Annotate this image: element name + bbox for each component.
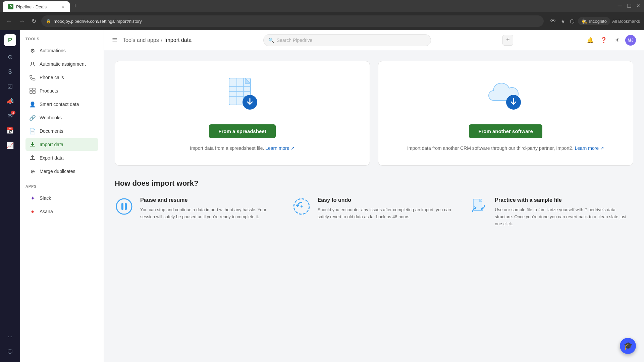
back-button[interactable]: ← [4, 16, 14, 26]
products-label: Products [40, 88, 58, 94]
browser-toolbar: ← → ↻ 🔒 moodjoy.pipedrive.com/settings/i… [0, 12, 644, 30]
sidebar-item-export-data[interactable]: Export data [25, 152, 98, 164]
help-bubble-icon: 🎓 [624, 342, 633, 350]
asana-label: Asana [40, 209, 53, 214]
sidebar-item-mail[interactable]: ✉ 2 [3, 109, 17, 123]
eyeoff-icon[interactable]: 👁 [549, 17, 557, 25]
breadcrumb-separator: / [161, 37, 162, 43]
sample-file-icon [469, 197, 488, 216]
header-actions: 🔔 ❓ ☀ MJ [585, 35, 636, 46]
how-cards: Pause and resume You can stop and contin… [115, 197, 633, 227]
spreadsheet-import-button[interactable]: From a spreadsheet [209, 124, 276, 138]
how-card-sample-file: Practice with a sample file Use our samp… [469, 197, 633, 227]
top-header: ☰ Tools and apps / Import data 🔍 Search … [104, 30, 644, 50]
svg-point-14 [116, 199, 132, 214]
sidebar-item-activities[interactable]: ☑ [3, 80, 17, 93]
sidebar-item-automations[interactable]: ⚙ Automations [25, 44, 98, 57]
sidebar-nav: P ⊙ $ ☑ 📣 ✉ 2 📅 📈 ··· ⬡ [0, 30, 20, 362]
software-learn-more-link[interactable]: Learn more ↗ [575, 145, 604, 151]
sidebar-item-phone-calls[interactable]: Phone calls [25, 71, 98, 84]
breadcrumb-current: Import data [164, 37, 192, 43]
browser-tabs: P Pipeline - Deals × + ─ □ × [0, 0, 644, 12]
software-button-label: From another software [478, 128, 533, 134]
software-card-description: Import data from another CRM software th… [407, 145, 604, 152]
close-window-button[interactable]: × [635, 1, 641, 11]
help-bubble[interactable]: 🎓 [620, 338, 636, 354]
main-content: ☰ Tools and apps / Import data 🔍 Search … [104, 30, 644, 362]
app-container: P ⊙ $ ☑ 📣 ✉ 2 📅 📈 ··· ⬡ TOOLS ⚙ Automati… [0, 30, 644, 362]
sidebar-item-webhooks[interactable]: 🔗 Webhooks [25, 111, 98, 124]
maximize-button[interactable]: □ [626, 1, 633, 11]
webhooks-icon: 🔗 [29, 114, 36, 121]
app-logo[interactable]: P [4, 34, 16, 46]
tools-panel: TOOLS ⚙ Automations Automatic assignment… [20, 30, 104, 362]
svg-point-18 [301, 205, 303, 207]
sidebar-item-reports[interactable]: 📈 [3, 139, 17, 152]
theme-button[interactable]: ☀ [612, 35, 623, 46]
bookmark-icon[interactable]: ★ [559, 17, 567, 26]
sample-file-content: Practice with a sample file Use our samp… [495, 197, 633, 227]
extensions-icon[interactable]: ⬡ [569, 17, 576, 26]
forward-button[interactable]: → [17, 16, 27, 26]
sidebar-item-home[interactable]: ⊙ [3, 50, 17, 64]
import-data-icon [29, 141, 36, 148]
software-import-button[interactable]: From another software [469, 124, 542, 138]
sidebar-item-smart-contact-data[interactable]: 👤 Smart contact data [25, 98, 98, 111]
tools-section-label: TOOLS [25, 37, 98, 41]
all-bookmarks-label: All Bookmarks [612, 19, 640, 24]
tab-close-button[interactable]: × [62, 4, 64, 9]
svg-rect-16 [125, 203, 127, 210]
svg-rect-5 [33, 91, 35, 94]
sidebar-item-asana[interactable]: ● Asana [25, 205, 98, 218]
svg-rect-4 [30, 91, 32, 94]
spreadsheet-learn-more-link[interactable]: Learn more ↗ [265, 145, 294, 151]
search-bar[interactable]: 🔍 Search Pipedrive [263, 34, 431, 46]
add-icon: + [506, 37, 510, 44]
refresh-button[interactable]: ↻ [30, 16, 39, 26]
sidebar-item-deals[interactable]: $ [3, 65, 17, 78]
sidebar-item-apps[interactable]: ⬡ [3, 345, 17, 358]
phone-calls-label: Phone calls [40, 75, 64, 80]
breadcrumb-link[interactable]: Tools and apps [123, 37, 159, 43]
export-data-icon [29, 154, 36, 162]
notification-button[interactable]: 🔔 [585, 35, 596, 46]
incognito-indicator: 🕵 Incognito [578, 17, 610, 25]
sidebar-item-import-data[interactable]: Import data [25, 138, 98, 151]
slack-icon: ✦ [29, 194, 36, 202]
new-tab-button[interactable]: + [70, 1, 80, 11]
sidebar-item-slack[interactable]: ✦ Slack [25, 192, 98, 204]
spreadsheet-card-icon [222, 75, 263, 115]
sidebar-item-calendar[interactable]: 📅 [3, 124, 17, 137]
content-area: From a spreadsheet Import data from a sp… [104, 50, 644, 238]
sidebar-item-automatic-assignment[interactable]: Automatic assignment [25, 58, 98, 70]
minimize-button[interactable]: ─ [616, 1, 624, 11]
sample-file-heading: Practice with a sample file [495, 197, 633, 203]
smart-contact-data-icon: 👤 [29, 101, 36, 108]
help-button[interactable]: ❓ [598, 35, 609, 46]
pause-resume-content: Pause and resume You can stop and contin… [140, 197, 279, 221]
avatar[interactable]: MJ [625, 35, 636, 46]
add-button[interactable]: + [502, 35, 513, 46]
spreadsheet-card-description: Import data from a spreadsheet file. Lea… [190, 145, 294, 152]
menu-toggle-button[interactable]: ☰ [112, 37, 117, 44]
easy-undo-heading: Easy to undo [318, 197, 456, 203]
pause-resume-icon [115, 197, 133, 216]
lock-icon: 🔒 [46, 19, 51, 23]
sidebar-item-products[interactable]: Products [25, 84, 98, 97]
svg-rect-3 [33, 88, 35, 90]
automatic-assignment-icon [29, 60, 36, 68]
sidebar-item-more[interactable]: ··· [3, 330, 17, 343]
software-card-icon [486, 75, 526, 115]
pause-resume-heading: Pause and resume [140, 197, 279, 203]
address-bar[interactable]: 🔒 moodjoy.pipedrive.com/settings/import/… [41, 15, 544, 27]
active-tab[interactable]: P Pipeline - Deals × [3, 1, 70, 12]
breadcrumb: Tools and apps / Import data [123, 37, 192, 43]
sidebar-item-campaigns[interactable]: 📣 [3, 95, 17, 108]
incognito-label: Incognito [589, 19, 607, 24]
sidebar-item-merge-duplicates[interactable]: ⊕ Merge duplicates [25, 165, 98, 178]
search-placeholder: Search Pipedrive [277, 38, 313, 43]
merge-duplicates-icon: ⊕ [29, 168, 36, 175]
documents-icon: 📄 [29, 127, 36, 135]
how-section-title: How does import work? [115, 179, 633, 188]
sidebar-item-documents[interactable]: 📄 Documents [25, 125, 98, 137]
